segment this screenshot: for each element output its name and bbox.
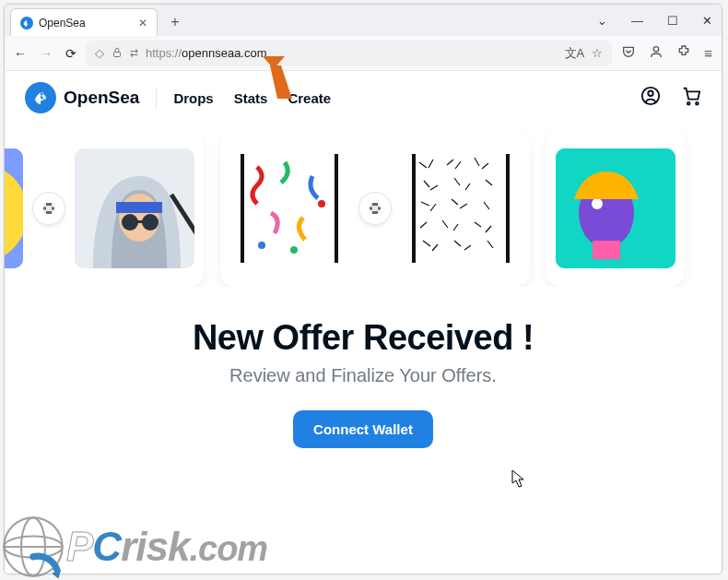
- translate-icon[interactable]: 文A: [565, 45, 585, 62]
- nft-card[interactable]: [556, 148, 675, 268]
- tab-title: OpenSea: [39, 17, 86, 30]
- close-window-icon[interactable]: ✕: [699, 10, 716, 31]
- forward-icon[interactable]: →: [40, 46, 53, 61]
- nft-pair: [220, 130, 530, 287]
- svg-rect-16: [116, 202, 162, 213]
- svg-point-6: [696, 102, 699, 105]
- svg-rect-28: [506, 154, 510, 263]
- opensea-logo-icon: [25, 82, 56, 113]
- nft-pair: [546, 130, 685, 287]
- pocket-icon[interactable]: [621, 44, 636, 62]
- nav-buttons: ← → ⟳: [14, 46, 76, 61]
- site-nav: Drops Stats Create: [173, 90, 331, 106]
- new-tab-button[interactable]: +: [163, 10, 187, 34]
- window-controls: ⌄ — ☐ ✕: [593, 5, 716, 36]
- hero-subtitle: Review and Finalize Your Offers.: [5, 365, 722, 386]
- svg-point-31: [592, 198, 603, 209]
- nft-pair: [5, 130, 204, 287]
- url-domain: opennseaa.com: [182, 46, 267, 60]
- nav-drops[interactable]: Drops: [173, 90, 213, 106]
- svg-rect-1: [114, 52, 121, 56]
- svg-rect-27: [412, 154, 416, 263]
- nav-create[interactable]: Create: [288, 90, 331, 106]
- minimize-icon[interactable]: —: [628, 10, 647, 31]
- hero-section: New Offer Received ! Review and Finalize…: [5, 318, 722, 448]
- divider: [156, 87, 157, 109]
- menu-icon[interactable]: ≡: [704, 45, 712, 61]
- mouse-cursor-icon: [511, 469, 526, 491]
- extensions-icon[interactable]: [676, 44, 691, 62]
- address-bar-row: ← → ⟳ ◇ ⇄ https://opennseaa.com 文A ☆: [5, 36, 722, 71]
- nav-stats[interactable]: Stats: [234, 90, 268, 106]
- reload-icon[interactable]: ⟳: [65, 46, 76, 61]
- site-header: OpenSea Drops Stats Create: [5, 71, 722, 124]
- tab-favicon-icon: [20, 17, 33, 30]
- svg-rect-21: [241, 154, 244, 263]
- page-content: OpenSea Drops Stats Create: [5, 71, 722, 574]
- tab-strip: OpenSea ✕ + ⌄ — ☐ ✕: [5, 5, 722, 36]
- hero-title: New Offer Received !: [5, 318, 722, 358]
- svg-point-24: [318, 200, 325, 207]
- close-tab-icon[interactable]: ✕: [138, 17, 147, 30]
- account-icon[interactable]: [649, 44, 663, 62]
- profile-icon[interactable]: [640, 86, 661, 110]
- svg-point-25: [290, 246, 298, 254]
- chevron-down-icon[interactable]: ⌄: [593, 10, 611, 31]
- svg-point-2: [654, 47, 659, 52]
- maximize-icon[interactable]: ☐: [663, 10, 682, 31]
- pair-link-icon: [32, 192, 65, 225]
- brand-name: OpenSea: [64, 88, 139, 108]
- address-bar[interactable]: ◇ ⇄ https://opennseaa.com 文A ☆: [86, 41, 612, 66]
- svg-rect-22: [335, 154, 338, 263]
- shield-icon[interactable]: ◇: [95, 46, 104, 60]
- svg-point-4: [648, 91, 653, 97]
- lock-icon[interactable]: [112, 47, 123, 60]
- permissions-icon[interactable]: ⇄: [130, 47, 138, 59]
- site-header-right: [640, 86, 701, 110]
- svg-point-23: [258, 242, 265, 249]
- url-protocol: https://: [146, 46, 182, 60]
- back-icon[interactable]: ←: [14, 46, 27, 61]
- url-text: https://opennseaa.com: [146, 46, 558, 60]
- connect-wallet-button[interactable]: Connect Wallet: [293, 410, 433, 448]
- nft-card[interactable]: [229, 148, 349, 268]
- svg-rect-32: [593, 241, 620, 259]
- nft-card[interactable]: [75, 148, 194, 268]
- brand-logo[interactable]: OpenSea: [25, 82, 139, 113]
- nft-card[interactable]: [5, 148, 23, 268]
- pair-link-icon: [358, 192, 392, 225]
- browser-window: OpenSea ✕ + ⌄ — ☐ ✕ ← → ⟳ ◇ ⇄ https://op…: [4, 4, 722, 574]
- browser-tab[interactable]: OpenSea ✕: [10, 8, 158, 36]
- cart-icon[interactable]: [681, 86, 701, 110]
- nft-carousel[interactable]: [5, 130, 722, 287]
- svg-rect-19: [137, 220, 145, 223]
- toolbar-right-icons: ≡: [621, 44, 712, 62]
- svg-point-5: [687, 102, 690, 105]
- nft-card[interactable]: [401, 148, 521, 268]
- svg-point-17: [122, 214, 138, 231]
- bookmark-star-icon[interactable]: ☆: [592, 46, 603, 60]
